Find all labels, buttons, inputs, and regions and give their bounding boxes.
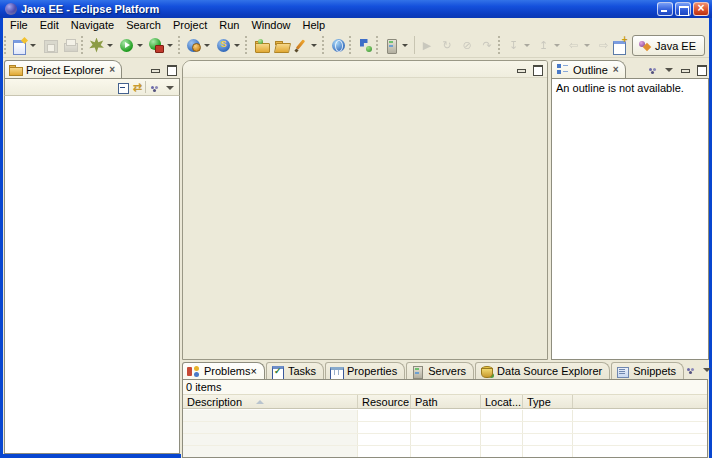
column-description[interactable]: Description	[183, 395, 358, 408]
external-tools-button[interactable]	[147, 34, 177, 56]
view-menu-dots-icon[interactable]	[149, 82, 161, 93]
debug-icon	[89, 38, 104, 53]
tab-data-source-explorer[interactable]: Data Source Explorer	[475, 362, 610, 379]
relaunch-button[interactable]: ↻	[437, 34, 457, 56]
panel-minimize-button[interactable]	[679, 64, 691, 75]
new-wizard-icon	[12, 38, 27, 53]
close-icon[interactable]: ×	[250, 365, 256, 377]
column-type[interactable]: Type	[523, 395, 573, 408]
problems-table-body	[183, 410, 707, 457]
menu-window[interactable]: Window	[245, 18, 296, 33]
editor-area[interactable]	[182, 60, 548, 360]
step-button[interactable]: ↷	[477, 34, 497, 56]
workspace: Project Explorer × ⇄	[3, 58, 709, 458]
close-button[interactable]	[693, 2, 709, 16]
panel-minimize-button[interactable]	[149, 64, 161, 75]
servers-icon	[411, 365, 424, 378]
menu-help[interactable]: Help	[297, 18, 332, 33]
toolbar-grip[interactable]	[245, 36, 250, 54]
editor-area-header	[183, 61, 547, 78]
tab-project-explorer[interactable]: Project Explorer ×	[4, 60, 122, 78]
editor-minimize-button[interactable]	[515, 64, 527, 75]
view-menu-icon[interactable]	[701, 364, 712, 375]
tab-tasks-label: Tasks	[288, 365, 316, 377]
problems-view: 0 items Description Resource Path Locat.…	[182, 379, 708, 458]
debug-button[interactable]	[87, 34, 117, 56]
panel-maximize-button[interactable]	[165, 64, 177, 75]
project-explorer-tree[interactable]	[4, 96, 180, 454]
run-icon	[119, 38, 134, 53]
toolbar-grip[interactable]	[349, 36, 354, 54]
chevron-down-icon	[167, 44, 173, 47]
chevron-down-icon	[524, 44, 530, 47]
perspective-label: Java EE	[655, 40, 696, 52]
title-bar[interactable]: Java EE - Eclipse Platform	[0, 0, 712, 18]
project-explorer-icon	[9, 63, 22, 76]
web-services-button[interactable]	[214, 34, 244, 56]
back-button[interactable]: ⇦	[564, 34, 594, 56]
menu-edit[interactable]: Edit	[34, 18, 65, 33]
toolbar-grip[interactable]	[178, 36, 183, 54]
import-folder-icon	[254, 38, 269, 53]
save-button[interactable]	[40, 34, 60, 56]
menu-run[interactable]: Run	[213, 18, 245, 33]
chevron-down-icon	[554, 44, 560, 47]
menu-project[interactable]: Project	[167, 18, 213, 33]
open-perspective-button[interactable]	[609, 35, 629, 57]
tab-servers[interactable]: Servers	[406, 362, 474, 379]
column-path[interactable]: Path	[411, 395, 481, 408]
column-resource[interactable]: Resource	[358, 395, 411, 408]
tab-snippets[interactable]: Snippets	[611, 362, 684, 379]
toolbar-grip[interactable]	[81, 36, 86, 54]
column-location[interactable]: Locat...	[481, 395, 523, 408]
perspective-bar: Java EE	[609, 34, 705, 57]
project-explorer-toolbar: ⇄	[4, 78, 180, 96]
web-browser-button[interactable]	[328, 34, 348, 56]
view-menu-dots-icon[interactable]	[685, 364, 697, 375]
close-icon[interactable]: ×	[109, 64, 115, 75]
tab-outline[interactable]: Outline ×	[551, 60, 626, 78]
tab-problems[interactable]: Problems ×	[182, 362, 265, 379]
maximize-button[interactable]	[675, 2, 691, 16]
resume-button[interactable]: ▶	[417, 34, 437, 56]
tab-properties[interactable]: Properties	[325, 362, 405, 379]
open-folder-button[interactable]	[271, 34, 291, 56]
terminate-button[interactable]: ⊘	[457, 34, 477, 56]
print-button[interactable]	[60, 34, 80, 56]
chevron-down-icon	[204, 44, 210, 47]
next-annotation-button[interactable]: ↧	[504, 34, 534, 56]
panel-maximize-button[interactable]	[695, 64, 707, 75]
close-icon[interactable]: ×	[613, 64, 619, 75]
perspective-java-ee-button[interactable]: Java EE	[632, 35, 705, 56]
menu-navigate[interactable]: Navigate	[65, 18, 120, 33]
editor-maximize-button[interactable]	[531, 64, 543, 75]
problems-status: 0 items	[183, 380, 707, 394]
problems-table-header: Description Resource Path Locat... Type	[183, 394, 707, 409]
new-wizard-button[interactable]	[10, 34, 40, 56]
import-folder-button[interactable]	[251, 34, 271, 56]
view-menu-icon[interactable]	[164, 82, 176, 93]
new-web-wizard-button[interactable]	[184, 34, 214, 56]
mark-occurrences-button[interactable]	[291, 34, 321, 56]
toolbar-grip[interactable]	[4, 36, 9, 54]
tab-tasks[interactable]: Tasks	[266, 362, 324, 379]
toolbar-grip[interactable]	[322, 36, 327, 54]
toolbar-grip[interactable]	[498, 36, 503, 54]
link-with-editor-icon[interactable]: ⇄	[133, 81, 142, 94]
run-button[interactable]	[117, 34, 147, 56]
toolbar-grip[interactable]	[376, 36, 381, 54]
server-button[interactable]	[382, 34, 412, 56]
outline-message: An outline is not available.	[556, 82, 684, 94]
java-ee-wizard-button[interactable]	[355, 34, 375, 56]
minimize-button[interactable]	[657, 2, 673, 16]
view-menu-icon[interactable]	[663, 64, 675, 75]
problems-icon	[187, 365, 200, 378]
collapse-all-icon[interactable]	[117, 81, 130, 94]
menu-search[interactable]: Search	[120, 18, 167, 33]
view-menu-dots-icon[interactable]	[647, 64, 659, 75]
menu-bar: File Edit Navigate Search Project Run Wi…	[3, 18, 709, 33]
project-explorer-panel: Project Explorer × ⇄	[4, 60, 180, 454]
java-ee-wizard-icon	[358, 38, 373, 53]
previous-annotation-button[interactable]: ↥	[534, 34, 564, 56]
menu-file[interactable]: File	[4, 18, 34, 33]
